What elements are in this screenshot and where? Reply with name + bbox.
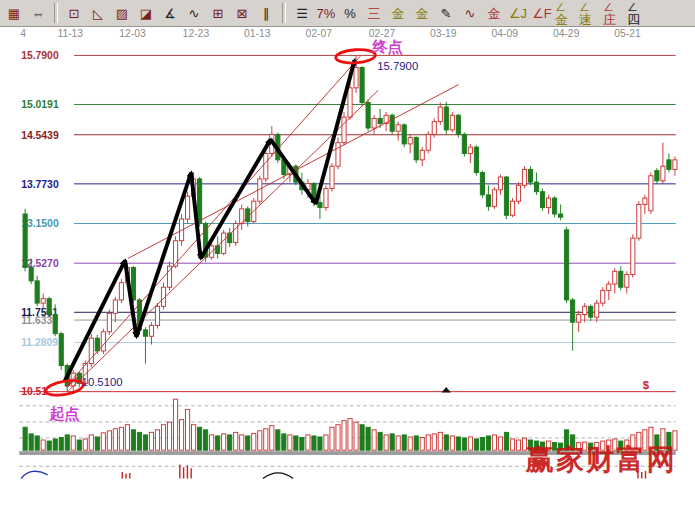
candle-body <box>119 283 123 300</box>
candle-body <box>547 198 551 208</box>
parallel-lines-icon[interactable]: ∥ <box>255 2 277 24</box>
brush-1-icon[interactable]: ✎ <box>435 2 457 24</box>
volume-bar <box>264 429 268 450</box>
candle-body <box>589 306 593 317</box>
candle-body <box>143 330 147 336</box>
chart-area[interactable]: 411-1312-0312-2301-1302-0702-2703-1904-0… <box>0 28 695 505</box>
zigzag-wave-icon[interactable]: ∿ <box>183 2 205 24</box>
candle-body <box>354 67 358 87</box>
volume-bar <box>486 436 490 450</box>
candle-body <box>222 233 226 253</box>
volume-bar <box>246 436 250 450</box>
candle-body <box>619 271 623 287</box>
candle-body <box>372 118 376 128</box>
volume-bar <box>192 425 196 451</box>
volume-bar <box>408 437 412 450</box>
angle-su-icon[interactable]: ∠速 <box>579 2 601 24</box>
candle-body <box>53 315 57 334</box>
volume-bar <box>179 420 183 451</box>
candle-body <box>607 284 611 290</box>
drawing-toolbar: ▦⇔⊡◺▨◪∡∿⊞⊠∥☰7%%三金金✎∿金∠J∠F∠金∠速∠庄∠四 <box>0 0 695 27</box>
volume-bar <box>149 432 153 450</box>
percent-icon[interactable]: % <box>339 2 361 24</box>
volume-bar <box>222 434 226 450</box>
candle-body <box>426 134 430 150</box>
angle-zhuang-icon[interactable]: ∠庄 <box>603 2 625 24</box>
candle-body <box>522 169 526 185</box>
gann-fan-box-icon[interactable]: ▨ <box>111 2 133 24</box>
volume-bar <box>89 435 93 450</box>
grid-icon[interactable]: ⊞ <box>207 2 229 24</box>
candle-body <box>408 138 412 144</box>
candle-body <box>23 214 27 267</box>
date-label: 11-13 <box>57 28 83 39</box>
candle-body <box>318 203 322 208</box>
candle-body <box>468 147 472 153</box>
candle-body <box>486 195 490 206</box>
candle-body <box>378 118 382 123</box>
candle-body <box>29 267 33 280</box>
angle-line-icon[interactable]: ∡ <box>159 2 181 24</box>
volume-bar <box>348 419 352 451</box>
gold-line-icon[interactable]: 金 <box>411 2 433 24</box>
candle-body <box>360 67 364 102</box>
volume-bar <box>510 439 514 450</box>
wave-av-icon[interactable]: ∿ <box>459 2 481 24</box>
candle-body <box>264 153 268 178</box>
volume-bar <box>312 436 316 450</box>
volume-bar <box>354 422 358 450</box>
volume-bar <box>318 437 322 450</box>
angle-f-icon[interactable]: ∠F <box>531 2 553 24</box>
candlestick-chart-canvas[interactable]: 411-1312-0312-2301-1302-0702-2703-1904-0… <box>0 28 695 505</box>
volume-bar <box>113 429 117 450</box>
candle-body <box>498 177 502 190</box>
gold-underline-icon[interactable]: 金 <box>483 2 505 24</box>
candle-body <box>631 238 635 274</box>
volume-bar <box>185 409 189 450</box>
volume-bar <box>402 435 406 450</box>
volume-bar <box>210 435 214 450</box>
volume-bar <box>155 430 159 450</box>
volume-bar <box>125 425 129 451</box>
volume-bar <box>384 435 388 450</box>
volume-bar <box>41 440 45 450</box>
candle-body <box>438 107 442 122</box>
angle-gold-icon[interactable]: ∠金 <box>555 2 577 24</box>
candle-body <box>336 143 340 167</box>
angle-j-icon[interactable]: ∠J <box>507 2 529 24</box>
volume-bar <box>161 425 165 451</box>
grid-arrow-icon[interactable]: ⊠ <box>231 2 253 24</box>
volume-bar <box>107 431 111 450</box>
volume-bar <box>95 437 99 450</box>
date-label: 4 <box>20 28 26 39</box>
fib-list-icon[interactable]: ☰ <box>291 2 313 24</box>
candle-body <box>402 125 406 144</box>
gold-circle-icon[interactable]: 金 <box>387 2 409 24</box>
gann-square-icon[interactable]: ⊡ <box>63 2 85 24</box>
end-price-label: 15.7900 <box>377 60 418 72</box>
start-point-label: 起点 <box>48 405 79 423</box>
volume-bar <box>342 421 346 451</box>
measure-width-icon[interactable]: ⇔ <box>27 2 49 24</box>
volume-bar <box>119 427 123 450</box>
candle-body <box>198 179 202 224</box>
volume-bar <box>390 434 394 450</box>
candle-body <box>613 271 617 284</box>
fan-lines-icon[interactable]: ◺ <box>87 2 109 24</box>
candle-body <box>649 176 653 211</box>
candle-body <box>366 103 370 128</box>
candle-body <box>41 299 45 303</box>
percent-line-icon[interactable]: 7% <box>315 2 337 24</box>
candle-body <box>661 166 665 181</box>
angle-si-icon[interactable]: ∠四 <box>627 2 649 24</box>
date-label: 05-21 <box>614 28 641 39</box>
candle-body <box>101 332 105 351</box>
candle-body <box>348 88 352 117</box>
ruler-123-icon[interactable]: ▦ <box>3 2 25 24</box>
volume-bar <box>480 437 484 450</box>
candle-body <box>149 325 153 336</box>
candle-body <box>643 198 647 204</box>
gann-box-icon[interactable]: ◪ <box>135 2 157 24</box>
gold-three-line-icon[interactable]: 三 <box>363 2 385 24</box>
volume-bar <box>498 437 502 450</box>
